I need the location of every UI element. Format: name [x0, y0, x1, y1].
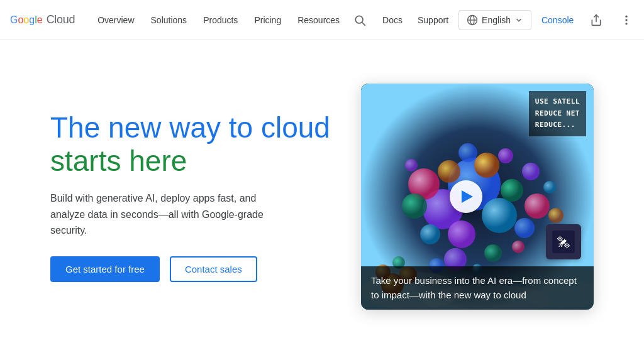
svg-point-7 — [626, 19, 628, 21]
nav-link-solutions[interactable]: Solutions — [143, 11, 195, 29]
svg-point-24 — [525, 193, 550, 219]
google-cloud-logo[interactable]: Google Cloud — [10, 13, 75, 26]
svg-point-22 — [484, 244, 502, 262]
chevron-down-icon — [514, 16, 523, 24]
nav-links: Overview Solutions Products Pricing Reso… — [90, 11, 347, 29]
play-button[interactable] — [450, 180, 482, 213]
video-card[interactable]: USE SATELL REDUCE NET REDUCE... 🛰 Take y… — [361, 84, 594, 310]
svg-point-15 — [482, 198, 517, 233]
svg-text:🛰: 🛰 — [557, 236, 570, 249]
support-link[interactable]: Support — [413, 11, 453, 29]
google-logo: Google — [10, 14, 43, 26]
svg-point-25 — [458, 143, 477, 162]
svg-point-26 — [498, 148, 513, 163]
video-thumbnail: 🛰 — [546, 224, 581, 259]
share-icon — [590, 14, 602, 26]
svg-point-6 — [626, 15, 628, 17]
language-selector[interactable]: English — [458, 10, 531, 30]
search-icon — [353, 14, 366, 26]
docs-link[interactable]: Docs — [377, 11, 408, 29]
language-label: English — [482, 15, 511, 25]
svg-point-30 — [543, 181, 556, 193]
svg-point-31 — [405, 159, 418, 171]
nav-right: Docs Support English Console — [347, 8, 639, 33]
hero-title: The new way to cloud starts here — [50, 111, 336, 178]
hero-title-line1: The new way to cloud — [50, 111, 330, 144]
hero-text: The new way to cloud starts here Build w… — [50, 111, 361, 282]
logo-g: G — [10, 14, 18, 26]
video-overlay-text: USE SATELL REDUCE NET REDUCE... — [529, 91, 586, 136]
contact-sales-button[interactable]: Contact sales — [170, 256, 257, 282]
search-button[interactable] — [347, 8, 372, 33]
svg-point-17 — [501, 179, 523, 202]
svg-point-16 — [448, 220, 475, 248]
hero-buttons: Get started for free Contact sales — [50, 256, 336, 282]
svg-point-33 — [512, 241, 525, 253]
svg-point-19 — [474, 153, 499, 178]
hero-subtitle: Build with generative AI, deploy apps fa… — [50, 190, 289, 239]
hero-section: The new way to cloud starts here Build w… — [0, 40, 644, 353]
satellite-icon: 🛰 — [552, 231, 575, 253]
svg-point-8 — [626, 23, 628, 24]
hero-title-line2: starts here — [50, 144, 187, 177]
nav-link-resources[interactable]: Resources — [290, 11, 347, 29]
console-link[interactable]: Console — [536, 11, 579, 29]
share-button[interactable] — [584, 8, 609, 33]
nav-link-overview[interactable]: Overview — [90, 11, 142, 29]
cloud-text: Cloud — [47, 13, 75, 26]
svg-point-23 — [420, 224, 440, 244]
svg-line-1 — [362, 22, 365, 25]
nav-link-products[interactable]: Products — [196, 11, 245, 29]
video-caption: Take your business into the AI era—from … — [361, 266, 594, 310]
svg-point-28 — [402, 193, 427, 219]
globe-icon — [467, 14, 478, 26]
more-options-button[interactable] — [614, 8, 639, 33]
svg-point-32 — [548, 208, 564, 223]
get-started-button[interactable]: Get started for free — [50, 256, 160, 282]
nav-link-pricing[interactable]: Pricing — [247, 11, 289, 29]
more-vertical-icon — [620, 14, 633, 26]
svg-point-20 — [514, 218, 535, 238]
svg-point-27 — [438, 160, 460, 183]
svg-point-29 — [522, 163, 540, 180]
play-triangle-icon — [462, 190, 473, 203]
navbar: Google Cloud Overview Solutions Products… — [0, 0, 644, 40]
